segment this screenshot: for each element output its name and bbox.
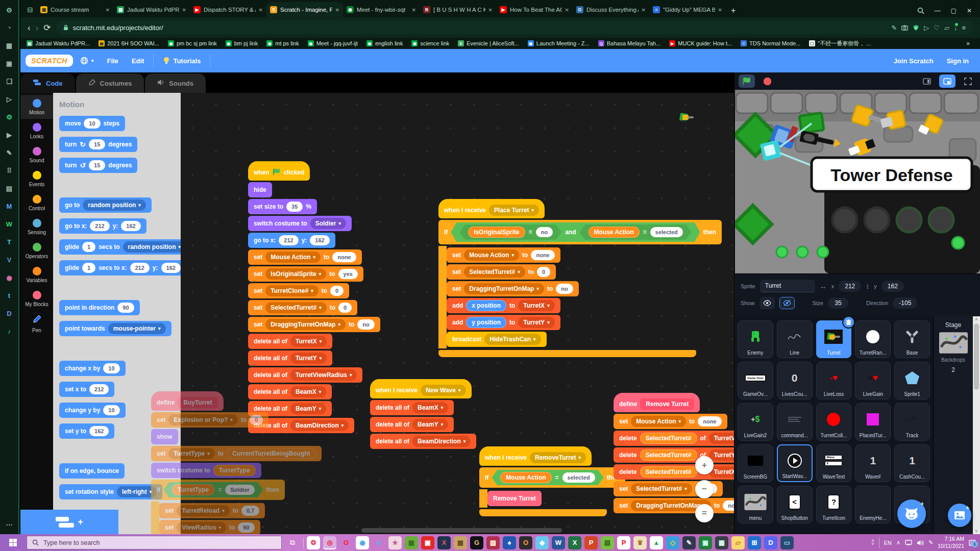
block-dropdown[interactable]: left-right [117,486,157,497]
script-block[interactable]: setIsOriginalSpritetoyes [248,266,363,282]
box-icon[interactable]: ▦ [4,40,15,51]
sprite-tile[interactable]: -♥LiveLoss [816,362,852,399]
bookmark-item[interactable]: ▣2021 6H SOO WAI... [99,40,159,47]
flow-icon[interactable]: ▷ [924,24,929,32]
twitter-icon[interactable]: t [4,290,15,301]
stage-canvas[interactable]: Tower Defense [735,90,980,273]
snapshot-icon[interactable] [901,25,908,31]
sprite-tile[interactable]: PlacedTur... [855,403,891,441]
script-block[interactable]: hide [248,182,272,197]
easy-setup-icon[interactable]: ≡ [962,24,966,32]
office-app[interactable]: O [519,536,532,549]
bookmark-item[interactable]: ◉Launch Meeting - Z... [528,40,590,47]
game-red[interactable]: X [437,536,451,549]
block-input[interactable]: 10 [103,363,119,373]
block-dropdown[interactable]: Mouse Action [265,252,321,263]
block-script[interactable]: when I receiveRemoveTurretifMouse Action… [479,446,625,516]
script-block[interactable]: addx positiontoTurretX [447,298,560,313]
browser-tab[interactable]: ◉Meet - fny-wbir-sqt✕ [343,2,420,17]
block-script[interactable]: whenclickedhideset size to35%switch cost… [248,161,380,433]
block-dropdown[interactable]: SelectedTurret# [631,483,692,494]
block-input[interactable]: no [357,319,374,330]
whatsapp-icon[interactable]: W [4,218,15,230]
script-block[interactable]: glide1secs to x:212y:162 [59,260,181,276]
script-block[interactable]: turn↻15degrees [59,137,137,152]
block-dropdown[interactable]: TurretClone# [265,285,318,296]
block-dropdown[interactable]: BeamY [290,403,326,414]
block-input[interactable]: 10 [84,118,100,129]
bookmark-item[interactable]: ◉mt ps link [266,40,299,47]
bookmark-item[interactable]: ▤Jadual Waktu PdPR... [27,40,90,47]
tab-sounds[interactable]: Sounds [145,73,206,93]
sidebar-category-my-blocks[interactable]: My Blocks [20,287,53,311]
close-button[interactable]: ✕ [967,7,972,14]
script-block[interactable]: set y to162 [59,423,114,439]
block-input[interactable]: 212 [279,235,298,245]
add-sprite-button[interactable]: + [897,499,926,528]
volume-icon[interactable] [917,540,924,546]
block-dropdown[interactable]: IsOriginalSprite [265,268,326,280]
new-tab-button[interactable]: + [726,6,741,15]
browser-tab[interactable]: ≡"Giddy Up" MEGA Badla✕ [649,2,726,17]
sprite-direction-input[interactable]: -105 [893,297,917,309]
sprite-x-input[interactable]: 212 [839,281,861,292]
script-block[interactable]: whenclicked [248,161,310,181]
calculator[interactable]: ▦ [715,536,728,549]
block-dropdown[interactable]: BeamX [290,386,326,397]
script-block[interactable]: setDraggingTurretOnMaptono [614,498,734,513]
browser-tab[interactable]: ▣Course stream✕ [37,2,113,17]
gacha-game[interactable]: ♛ [633,536,647,549]
code-workspace[interactable]: + − = whenclickedhideset size to35%switc… [181,93,734,534]
script-block[interactable]: deleteSelectedTurret#ofTurretX [614,464,734,480]
block-dropdown[interactable]: BeamDirection [290,420,349,431]
operator-block[interactable]: IsOriginalSprite=noandMouse Action=selec… [451,222,700,242]
script-block[interactable]: delete all ofTurretX [248,334,332,349]
variable-reporter[interactable]: Mouse Action [589,227,640,238]
sprite-tile[interactable]: 1Wave# [855,444,891,482]
sprite-tile[interactable]: TurretRan... [855,320,891,358]
stop-button[interactable] [759,74,775,88]
sidebar-category-events[interactable]: Events [20,167,53,191]
gx-corner-icon[interactable]: ⊙ [4,4,15,15]
tab-close-icon[interactable]: ✕ [412,7,416,13]
script-block[interactable]: broadcastHideTrashCan [447,332,547,347]
sidebar-player-icon[interactable]: ▷ [4,93,15,105]
anime-app[interactable]: ★ [388,536,402,549]
tutorials-menu[interactable]: Tutorials [157,54,207,68]
browser-tab[interactable]: ▶How To Beat The AGING✕ [496,2,573,17]
sprite-tile[interactable]: Line [777,320,813,358]
tab-close-icon[interactable]: ✕ [718,7,722,13]
task-view-button[interactable]: ⧉ [285,536,300,549]
script-block[interactable]: setMouse Actiontonone [614,414,727,429]
block-dropdown[interactable]: TurretViewRadius [290,369,357,381]
sticky-notes[interactable]: ▤ [601,536,614,549]
bookmark-item[interactable]: EEvenicle | AliceSoft... [458,40,519,47]
scratch-logo[interactable]: SCRATCH [26,55,73,67]
script-block[interactable]: point in direction90 [59,300,140,315]
minimize-button[interactable]: — [935,7,941,14]
block-input[interactable]: 15 [89,139,105,149]
url-box[interactable]: scratch.mit.edu/projects/editor/ ✎ ▷ ♡ ▱… [56,20,973,35]
wallet-icon[interactable]: ▱ [944,24,949,32]
operator-block[interactable]: Mouse Action=selected [580,224,692,240]
variable-reporter[interactable]: SelectedTurret# [640,433,697,444]
word[interactable]: W [552,536,565,549]
block-input[interactable]: 0 [330,286,344,296]
game-pixel[interactable]: ▩ [454,536,467,549]
powerpoint[interactable]: P [584,536,598,549]
block-script[interactable]: when I receivePlace TurretifIsOriginalSp… [438,199,722,357]
script-block[interactable]: delete all ofBeamX [248,384,332,399]
block-input[interactable]: 10 [103,405,119,415]
solitaire[interactable]: ♠ [503,536,516,549]
script-block[interactable]: setSelectedTurret#to0 [248,300,357,315]
pinterest[interactable]: P [617,536,630,549]
block-dropdown[interactable]: TurretViewRadius [709,433,734,444]
block-dropdown[interactable]: random position [83,199,146,211]
block-script[interactable]: defineRemove TurretsetMouse Actiontonone… [614,393,734,513]
block-dropdown[interactable]: RemoveTurret [530,452,586,463]
motion-reporter[interactable]: y position [466,317,506,328]
c-block-end[interactable] [438,350,696,357]
edit-menu[interactable]: Edit [126,54,151,68]
block-input[interactable]: 162 [161,263,181,273]
sprite-tile[interactable]: +♥LiveGain [855,362,891,399]
